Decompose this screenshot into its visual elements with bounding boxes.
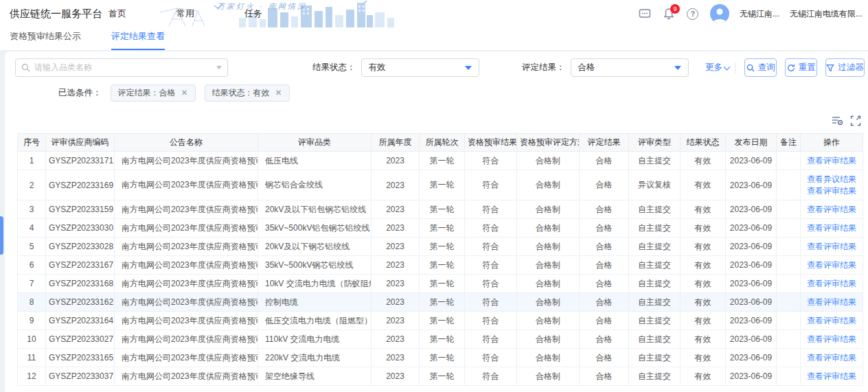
close-icon[interactable]: ✕ bbox=[181, 89, 188, 97]
cell-status: 有效 bbox=[681, 293, 726, 312]
selected-conditions-label: 已选条件： bbox=[58, 87, 102, 99]
action-link[interactable]: 查看评审结果 bbox=[803, 297, 860, 308]
cell-no: 12 bbox=[18, 367, 46, 386]
cell-eval-result: 合格 bbox=[580, 349, 629, 367]
column-header: 评审品类 bbox=[258, 134, 372, 152]
cell-remark bbox=[777, 275, 801, 293]
cell-announcement: 南方电网公司2023年度供应商资格预审公告 bbox=[115, 312, 258, 330]
cell-announcement: 南方电网公司2023年度供应商资格预审公告 bbox=[115, 200, 258, 219]
table-row: 9GYSZP20233164南方电网公司2023年度供应商资格预审公告低压交流电… bbox=[18, 312, 863, 330]
action-link[interactable]: 查看评审结果 bbox=[803, 334, 860, 345]
cell-round: 第一轮 bbox=[420, 330, 465, 349]
cell-no: 8 bbox=[18, 293, 46, 312]
cell-date: 2023-06-09 bbox=[726, 256, 777, 275]
action-link[interactable]: 查看评审结果 bbox=[803, 222, 860, 234]
nav-item-tasks[interactable]: 任务 bbox=[244, 8, 262, 20]
action-link[interactable]: 查看评审结果 bbox=[803, 204, 860, 216]
action-link[interactable]: 查看评审结果 bbox=[803, 155, 860, 167]
result-status-select[interactable]: 有效 bbox=[361, 58, 479, 77]
column-settings-icon[interactable] bbox=[832, 115, 843, 126]
cell-pre-result: 符合 bbox=[465, 238, 517, 256]
cell-eval-result: 合格 bbox=[580, 256, 629, 275]
cell-date: 2023-06-09 bbox=[726, 312, 777, 330]
more-filters-link[interactable]: 更多 bbox=[705, 58, 729, 77]
cell-eval-result: 合格 bbox=[580, 170, 629, 200]
top-bar: 供应链统一服务平台 首页 常用 任务 bbox=[0, 0, 868, 27]
cell-pre-result: 符合 bbox=[465, 349, 517, 367]
avatar[interactable] bbox=[710, 4, 729, 23]
user-name-short[interactable]: 无锡江南... bbox=[740, 8, 779, 20]
cell-pre-result: 符合 bbox=[465, 312, 517, 330]
nav-item-home[interactable]: 首页 bbox=[108, 8, 126, 20]
cell-year: 2023 bbox=[372, 219, 420, 238]
fullscreen-icon[interactable] bbox=[849, 115, 861, 126]
cell-actions: 查看评审结果 bbox=[801, 256, 863, 275]
cell-pre-method: 合格制 bbox=[517, 330, 580, 349]
message-icon[interactable] bbox=[638, 7, 652, 21]
cell-no: 4 bbox=[18, 219, 46, 238]
evaluation-result-select[interactable]: 合格 bbox=[571, 58, 689, 77]
cell-date: 2023-06-09 bbox=[726, 200, 777, 219]
cell-eval-result: 合格 bbox=[580, 238, 629, 256]
cell-date: 2023-06-09 bbox=[726, 275, 777, 293]
action-link[interactable]: 查看评审结果 bbox=[803, 352, 860, 364]
query-button[interactable]: 查询 bbox=[744, 58, 777, 77]
close-icon[interactable]: ✕ bbox=[275, 89, 282, 97]
cell-remark bbox=[777, 170, 801, 200]
cell-pre-method: 合格制 bbox=[517, 170, 580, 200]
cell-pre-result: 符合 bbox=[465, 293, 517, 312]
user-company-name[interactable]: 无锡江南电缆有限... bbox=[790, 8, 863, 20]
nav-item-common[interactable]: 常用 bbox=[176, 8, 194, 20]
cell-pre-result: 符合 bbox=[465, 256, 517, 275]
cell-year: 2023 bbox=[372, 170, 420, 200]
cell-category: 低压电线 bbox=[258, 152, 372, 170]
topbar-right: 9 ? 无锡江南... 无锡江南电缆有限... bbox=[638, 0, 863, 27]
category-search-input[interactable]: 请输入品类名称 bbox=[15, 58, 228, 77]
cell-code: GYSZP20233028 bbox=[46, 238, 115, 256]
cell-pre-result: 符合 bbox=[465, 275, 517, 293]
help-icon[interactable]: ? bbox=[686, 7, 700, 21]
action-link[interactable]: 查看评审结果 bbox=[803, 241, 860, 253]
column-header: 评审供应商编码 bbox=[46, 134, 115, 152]
cell-year: 2023 bbox=[372, 330, 420, 349]
cell-actions: 查看异议结果查看评审结果 bbox=[801, 170, 863, 200]
sidebar-expand-handle[interactable] bbox=[0, 216, 3, 255]
cell-date: 2023-06-09 bbox=[726, 293, 777, 312]
cell-eval-result: 合格 bbox=[580, 330, 629, 349]
table-row: 11GYSZP20233165南方电网公司2023年度供应商资格预审公告220k… bbox=[18, 349, 863, 367]
action-link[interactable]: 查看异议结果 bbox=[803, 174, 860, 185]
action-link[interactable]: 查看评审结果 bbox=[803, 260, 860, 271]
cell-date: 2023-06-09 bbox=[726, 367, 777, 386]
action-link[interactable]: 查看评审结果 bbox=[803, 278, 860, 290]
cell-actions: 查看评审结果 bbox=[801, 330, 863, 349]
column-header: 资格预审评定方式 bbox=[517, 134, 580, 152]
search-placeholder: 请输入品类名称 bbox=[34, 62, 212, 73]
cell-category: 35kV~500kV钢芯铝绞线 bbox=[258, 256, 372, 275]
reset-button[interactable]: 重置 bbox=[785, 58, 817, 77]
cell-review-type: 自主提交 bbox=[629, 367, 681, 386]
notification-bell-icon[interactable]: 9 bbox=[662, 7, 676, 21]
cell-round: 第一轮 bbox=[420, 200, 465, 219]
cell-actions: 查看评审结果 bbox=[801, 275, 863, 293]
chevron-down-icon bbox=[724, 63, 731, 70]
action-link[interactable]: 查看评审结果 bbox=[803, 185, 860, 197]
action-link[interactable]: 查看评审结果 bbox=[803, 315, 860, 327]
cell-remark bbox=[777, 152, 801, 170]
cell-remark bbox=[777, 349, 801, 367]
cell-code: GYSZP20233162 bbox=[46, 293, 115, 312]
action-link[interactable]: 查看评审结果 bbox=[803, 371, 860, 382]
cell-review-type: 自主提交 bbox=[629, 330, 681, 349]
tab-prequalification-results[interactable]: 资格预审结果公示 bbox=[10, 30, 81, 50]
cell-remark bbox=[777, 293, 801, 312]
cell-code: GYSZP20233167 bbox=[46, 256, 115, 275]
cell-pre-method: 合格制 bbox=[517, 256, 580, 275]
cell-actions: 查看评审结果 bbox=[801, 238, 863, 256]
tab-bar: 资格预审结果公示 评定结果查看 bbox=[0, 27, 868, 50]
tab-evaluation-results[interactable]: 评定结果查看 bbox=[111, 30, 165, 50]
column-header: 序号 bbox=[18, 134, 46, 152]
cell-round: 第一轮 bbox=[420, 170, 465, 200]
cell-announcement: 南方电网公司2023年度供应商资格预审公告 bbox=[115, 330, 258, 349]
cell-year: 2023 bbox=[372, 152, 420, 170]
filter-button[interactable]: 过滤器 bbox=[825, 58, 865, 77]
cell-round: 第一轮 bbox=[420, 256, 465, 275]
